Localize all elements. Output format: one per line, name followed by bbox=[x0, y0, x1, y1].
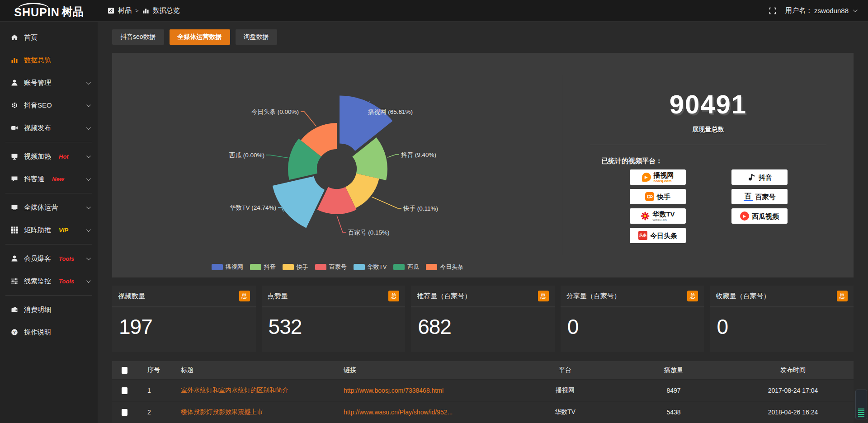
chevron-down-icon bbox=[86, 227, 91, 232]
total-badge[interactable]: 总 bbox=[538, 291, 549, 301]
sidebar-item-label: 首页 bbox=[24, 33, 38, 42]
sidebar-item-操作说明[interactable]: ? 操作说明 bbox=[0, 321, 98, 343]
legend-item-今日头条[interactable]: 今日头条 bbox=[426, 263, 463, 271]
row-checkbox[interactable] bbox=[122, 409, 127, 416]
sidebar-divider bbox=[5, 142, 92, 142]
platform-badge-快手[interactable]: 快手 bbox=[630, 189, 686, 204]
legend-label: 西瓜 bbox=[407, 263, 419, 271]
sidebar-item-抖音SEO[interactable]: 抖音SEO bbox=[0, 94, 98, 117]
col-platform: 平台 bbox=[515, 366, 615, 374]
summary-divider bbox=[590, 145, 826, 145]
sidebar-item-label: 抖音SEO bbox=[24, 101, 52, 110]
sidebar-item-label: 会员爆客 bbox=[24, 254, 51, 263]
platform-badge-百家号[interactable]: 百百家号 bbox=[731, 189, 788, 204]
sidebar-item-首页[interactable]: 首页 bbox=[0, 26, 98, 49]
sidebar-item-视频发布[interactable]: 视频发布 bbox=[0, 117, 98, 139]
total-badge[interactable]: 总 bbox=[239, 291, 250, 301]
sidebar-item-label: 消费明细 bbox=[24, 306, 51, 314]
chevron-down-icon bbox=[853, 8, 858, 12]
chevron-down-icon bbox=[86, 103, 91, 107]
breadcrumb: 树品 > 数据总览 bbox=[108, 6, 180, 15]
total-badge[interactable]: 总 bbox=[687, 291, 698, 301]
sidebar-item-label: 全媒体运营 bbox=[24, 203, 58, 212]
legend-item-抖音[interactable]: 抖音 bbox=[250, 263, 276, 271]
sidebar-item-矩阵助推[interactable]: 矩阵助推 VIP bbox=[0, 219, 98, 241]
sidebar-item-全媒体运营[interactable]: 全媒体运营 bbox=[0, 196, 98, 219]
main-content: 抖音seo数据全媒体运营数据询盘数据 播视网 (65.61%)抖音 (9.40%… bbox=[98, 22, 868, 423]
legend-item-百家号[interactable]: 百家号 bbox=[315, 263, 347, 271]
sidebar-divider bbox=[5, 193, 92, 193]
breadcrumb-root[interactable]: 树品 bbox=[118, 6, 132, 15]
tab-全媒体运营数据[interactable]: 全媒体运营数据 bbox=[170, 29, 230, 45]
sidebar-item-视频加热[interactable]: 视频加热 Hot bbox=[0, 145, 98, 168]
legend-item-华数TV[interactable]: 华数TV bbox=[354, 263, 387, 271]
platform-sub: boosj.com bbox=[654, 179, 674, 183]
breadcrumb-current[interactable]: 数据总览 bbox=[153, 6, 180, 15]
summary-section: 90491 展现量总数 已统计的视频平台： ▶播视网boosj.com快手华数T… bbox=[563, 53, 854, 277]
legend-item-播视网[interactable]: 播视网 bbox=[212, 263, 243, 271]
total-badge[interactable]: 总 bbox=[837, 291, 848, 301]
sidebar-item-label: 数据总览 bbox=[24, 56, 51, 65]
sidebar-item-数据总览[interactable]: 数据总览 bbox=[0, 49, 98, 71]
platform-badge-播视网[interactable]: ▶播视网boosj.com bbox=[630, 169, 686, 185]
pie-label-line bbox=[301, 112, 316, 126]
sidebar-item-线索监控[interactable]: 线索监控 Tools bbox=[0, 270, 98, 292]
row-checkbox[interactable] bbox=[122, 387, 127, 394]
app-header: SHUPIN 树品 树品 > 数据总览 用户名： zswodun88 bbox=[0, 0, 868, 22]
cell-title-link[interactable]: 室外水纹灯和室内水纹灯的区别和简介 bbox=[176, 386, 339, 395]
fullscreen-icon[interactable] bbox=[769, 7, 776, 14]
platform-badge-西瓜视频[interactable]: ▶西瓜视频 bbox=[731, 208, 788, 224]
pie-slice-华数TV[interactable] bbox=[273, 176, 325, 228]
platform-badge-抖音[interactable]: 抖音 bbox=[731, 169, 788, 185]
sidebar-item-消费明细[interactable]: 消费明细 bbox=[0, 298, 98, 321]
cell-platform: 华数TV bbox=[515, 408, 615, 416]
legend-label: 今日头条 bbox=[440, 263, 463, 271]
username-label: 用户名： bbox=[785, 6, 812, 15]
stat-cards-row: 视频数量 总 197 点赞量 总 532 推荐量（百家号） 总 682 分享量（… bbox=[112, 286, 854, 352]
floating-widget[interactable] bbox=[855, 390, 867, 419]
legend-label: 播视网 bbox=[226, 263, 243, 271]
platform-badge-华数TV[interactable]: 华数TVwasu.cn bbox=[630, 208, 686, 224]
pie-label-line bbox=[337, 216, 346, 232]
chevron-down-icon bbox=[86, 154, 91, 158]
platform-name: 播视网 bbox=[654, 172, 674, 179]
legend-item-西瓜[interactable]: 西瓜 bbox=[393, 263, 419, 271]
gear-icon bbox=[11, 102, 18, 109]
pie-slice-播视网[interactable] bbox=[340, 95, 392, 151]
sidebar-item-会员爆客[interactable]: 会员爆客 Tools bbox=[0, 247, 98, 270]
platform-sub: wasu.cn bbox=[652, 218, 675, 222]
svg-text:?: ? bbox=[13, 329, 16, 334]
xigua-logo-icon: ▶ bbox=[740, 212, 749, 221]
cell-url-link[interactable]: http://www.boosj.com/7338468.html bbox=[339, 387, 515, 394]
cell-title-link[interactable]: 楼体投影灯投影效果震撼上市 bbox=[176, 408, 339, 416]
total-badge[interactable]: 总 bbox=[388, 291, 399, 301]
wasu-logo-icon bbox=[641, 212, 650, 221]
pie-label-line bbox=[266, 155, 288, 158]
rose-pie-chart[interactable]: 播视网 (65.61%)抖音 (9.40%)快手 (0.11%)百家号 (0.1… bbox=[112, 53, 563, 277]
pie-label-西瓜: 西瓜 (0.00%) bbox=[229, 152, 264, 159]
select-all-checkbox[interactable] bbox=[122, 367, 127, 374]
grid-icon bbox=[11, 226, 18, 234]
legend-item-快手[interactable]: 快手 bbox=[283, 263, 308, 271]
impressions-total-value: 90491 bbox=[563, 89, 854, 119]
site-icon bbox=[108, 7, 114, 14]
platform-badge-今日头条[interactable]: 头条今日头条 bbox=[630, 228, 686, 243]
tab-询盘数据[interactable]: 询盘数据 bbox=[236, 29, 277, 45]
legend-label: 华数TV bbox=[368, 263, 387, 271]
user-menu[interactable]: 用户名： zswodun88 bbox=[785, 6, 856, 15]
cell-no: 2 bbox=[137, 409, 176, 416]
table-header-row: 序号 标题 链接 平台 播放量 发布时间 bbox=[112, 361, 854, 379]
platform-name: 西瓜视频 bbox=[752, 213, 779, 220]
app-logo[interactable]: SHUPIN 树品 bbox=[0, 2, 98, 19]
stat-card-value: 197 bbox=[112, 307, 256, 339]
platform-column-left: ▶播视网boosj.com快手华数TVwasu.cn头条今日头条 bbox=[630, 169, 686, 247]
video-table: 序号 标题 链接 平台 播放量 发布时间 1 室外水纹灯和室内水纹灯的区别和简介… bbox=[112, 361, 854, 423]
cell-url-link[interactable]: http://www.wasu.cn/Play/show/id/952... bbox=[339, 409, 515, 416]
sidebar-item-label: 操作说明 bbox=[24, 328, 51, 337]
logo-text-cn: 树品 bbox=[62, 5, 84, 19]
legend-swatch bbox=[212, 264, 223, 270]
tab-bar: 抖音seo数据全媒体运营数据询盘数据 bbox=[112, 29, 854, 45]
tab-抖音seo数据[interactable]: 抖音seo数据 bbox=[112, 29, 164, 45]
sidebar-item-抖客通[interactable]: 抖客通 New bbox=[0, 168, 98, 190]
sidebar-item-账号管理[interactable]: 账号管理 bbox=[0, 71, 98, 94]
